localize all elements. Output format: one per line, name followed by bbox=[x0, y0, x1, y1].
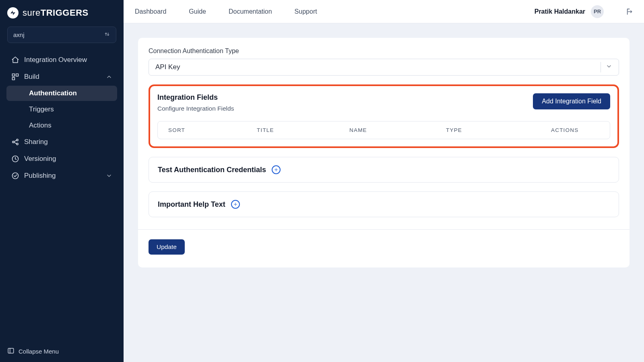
col-title: TITLE bbox=[257, 127, 349, 133]
share-icon bbox=[11, 138, 19, 146]
collapse-label: Collapse Menu bbox=[19, 348, 59, 355]
brand-mark-icon bbox=[7, 7, 19, 19]
logout-icon[interactable] bbox=[625, 8, 633, 16]
avatar: PR bbox=[591, 5, 604, 18]
svg-rect-0 bbox=[12, 74, 15, 76]
svg-point-7 bbox=[12, 173, 19, 179]
col-sort: SORT bbox=[168, 127, 257, 133]
add-integration-field-button[interactable]: Add Integration Field bbox=[533, 93, 610, 109]
user-name: Pratik Haldankar bbox=[535, 8, 585, 15]
home-icon bbox=[11, 56, 19, 64]
col-name: NAME bbox=[349, 127, 446, 133]
check-circle-icon bbox=[11, 172, 19, 180]
topbar: Dashboard Guide Documentation Support Pr… bbox=[124, 0, 644, 23]
sidebar-item-sharing[interactable]: Sharing bbox=[6, 134, 117, 150]
sidebar-subitem-actions[interactable]: Actions bbox=[6, 118, 117, 133]
plus-icon bbox=[233, 200, 238, 209]
sidebar-subitem-authentication[interactable]: Authentication bbox=[6, 86, 117, 101]
user-menu[interactable]: Pratik Haldankar PR bbox=[535, 5, 604, 18]
sidebar-item-publishing[interactable]: Publishing bbox=[6, 168, 117, 184]
blocks-icon bbox=[11, 73, 19, 81]
sidebar-item-label: Build bbox=[24, 73, 39, 81]
integration-fields-title: Integration Fields bbox=[157, 93, 234, 102]
topnav-support[interactable]: Support bbox=[295, 8, 317, 15]
collapse-menu-button[interactable]: Collapse Menu bbox=[0, 341, 124, 362]
clock-icon bbox=[11, 155, 19, 163]
add-help-text-button[interactable] bbox=[231, 200, 240, 209]
project-selector-value: axnj bbox=[13, 31, 25, 38]
sidebar-item-overview[interactable]: Integration Overview bbox=[6, 52, 117, 68]
sidebar-nav: Integration Overview Build Authenticatio… bbox=[0, 49, 124, 341]
auth-type-value: API Key bbox=[155, 63, 180, 71]
sidebar-item-label: Versioning bbox=[24, 155, 56, 163]
sidebar-item-label: Sharing bbox=[24, 138, 48, 146]
help-text-title: Important Help Text bbox=[158, 200, 225, 209]
col-type: TYPE bbox=[446, 127, 551, 133]
svg-rect-8 bbox=[8, 348, 14, 353]
content-card: Connection Authentication Type API Key I… bbox=[138, 38, 630, 267]
sidebar-item-label: Publishing bbox=[24, 172, 56, 180]
topnav-guide[interactable]: Guide bbox=[189, 8, 206, 15]
col-actions: ACTIONS bbox=[551, 127, 599, 133]
help-text-section: Important Help Text bbox=[149, 191, 619, 217]
sidebar: sureTRIGGERS axnj Integration Overview B… bbox=[0, 0, 124, 362]
auth-type-label: Connection Authentication Type bbox=[149, 47, 619, 55]
sidebar-item-label: Authentication bbox=[29, 89, 77, 97]
divider bbox=[138, 229, 630, 230]
chevron-down-icon bbox=[606, 63, 612, 72]
chevron-down-icon bbox=[106, 173, 112, 179]
panel-collapse-icon bbox=[7, 347, 14, 356]
add-test-auth-button[interactable] bbox=[272, 165, 281, 174]
sidebar-item-build[interactable]: Build bbox=[6, 69, 117, 85]
sidebar-item-versioning[interactable]: Versioning bbox=[6, 151, 117, 167]
brand-logo: sureTRIGGERS bbox=[0, 0, 124, 27]
svg-rect-1 bbox=[16, 74, 19, 76]
top-nav: Dashboard Guide Documentation Support bbox=[135, 8, 317, 15]
topnav-documentation[interactable]: Documentation bbox=[229, 8, 272, 15]
project-selector[interactable]: axnj bbox=[7, 27, 116, 43]
sidebar-subitem-triggers[interactable]: Triggers bbox=[6, 102, 117, 117]
svg-rect-2 bbox=[12, 78, 15, 80]
test-auth-title: Test Authentication Credentials bbox=[158, 166, 266, 174]
update-button[interactable]: Update bbox=[149, 239, 185, 255]
plus-icon bbox=[274, 166, 279, 174]
integration-fields-section: Integration Fields Configure Integration… bbox=[149, 84, 619, 148]
integration-fields-subtitle: Configure Integration Fields bbox=[157, 105, 234, 112]
sidebar-item-label: Integration Overview bbox=[24, 56, 87, 64]
integration-fields-table-header: SORT TITLE NAME TYPE ACTIONS bbox=[157, 121, 610, 139]
brand-text: sureTRIGGERS bbox=[23, 8, 89, 18]
auth-type-select[interactable]: API Key bbox=[149, 59, 619, 76]
sidebar-item-label: Triggers bbox=[29, 105, 54, 113]
test-auth-section: Test Authentication Credentials bbox=[149, 157, 619, 183]
topnav-dashboard[interactable]: Dashboard bbox=[135, 8, 166, 15]
sort-icon bbox=[104, 31, 110, 39]
main-content: Connection Authentication Type API Key I… bbox=[124, 23, 644, 282]
sidebar-item-label: Actions bbox=[29, 121, 52, 129]
chevron-up-icon bbox=[106, 74, 112, 80]
